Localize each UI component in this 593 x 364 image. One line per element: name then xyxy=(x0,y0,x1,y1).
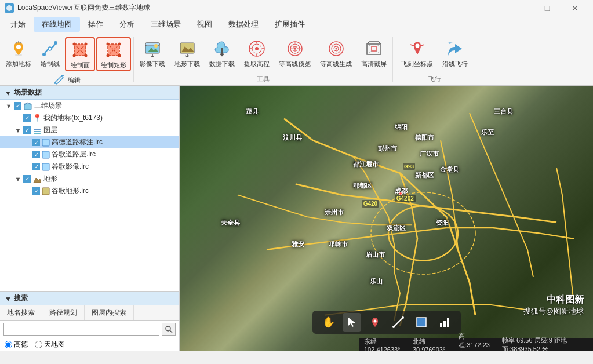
pin-tool-button[interactable] xyxy=(366,313,384,332)
data-download-button[interactable]: 数据下载 xyxy=(206,37,238,69)
scene-data-header[interactable]: ▼ 场景数据 xyxy=(0,86,179,100)
search-input-row xyxy=(0,321,179,338)
svg-rect-73 xyxy=(447,318,449,327)
check-terrain[interactable]: ✓ xyxy=(23,175,31,183)
arrow-tool-button[interactable] xyxy=(343,313,361,332)
tree-item-layers[interactable]: ▼ ✓ 图层 xyxy=(0,124,179,136)
contour-gen-label: 等高线生成 xyxy=(320,60,352,68)
draw-line-button[interactable]: 绘制线 xyxy=(36,37,64,69)
hd-screenshot-button[interactable]: 高清截屏 xyxy=(358,37,390,69)
search-input[interactable] xyxy=(3,323,159,336)
data-download-label: 数据下载 xyxy=(209,60,235,68)
menu-operation[interactable]: 操作 xyxy=(80,17,111,32)
svg-rect-59 xyxy=(42,151,49,158)
hand-tool-button[interactable]: ✋ xyxy=(319,313,338,332)
draw-rect-icon xyxy=(103,39,124,60)
svg-point-65 xyxy=(371,192,475,274)
check-google-road[interactable]: ✓ xyxy=(32,151,40,158)
svg-point-51 xyxy=(415,44,419,48)
svg-point-69 xyxy=(402,316,404,319)
draw-rect-button[interactable]: 绘制矩形 xyxy=(96,37,131,71)
svg-rect-71 xyxy=(440,323,442,327)
radio-gaode-label: 高德 xyxy=(14,340,28,350)
tree-item-3d-scene[interactable]: ▼ ✓ 三维场景 xyxy=(0,100,179,112)
line-measure-button[interactable] xyxy=(389,313,408,332)
contour-preview-button[interactable]: 等高线预览 xyxy=(275,37,314,69)
search-tab-place[interactable]: 地名搜索 xyxy=(0,305,42,320)
radio-gaode[interactable]: 高德 xyxy=(5,340,28,350)
path-fly-button[interactable]: 沿线飞行 xyxy=(439,37,471,69)
search-header[interactable]: ▼ 搜索 xyxy=(0,292,179,305)
close-button[interactable]: ✕ xyxy=(562,0,588,16)
tree-item-google-terrain[interactable]: ▶ ✓ 谷歌地形.lrc xyxy=(0,185,179,197)
contour-gen-icon xyxy=(326,38,347,59)
google-img-icon xyxy=(42,163,50,171)
tree-item-my-markers[interactable]: ▶ ✓ 📍 我的地标(tx_t6173) xyxy=(0,112,179,124)
contour-gen-button[interactable]: 等高线生成 xyxy=(316,37,355,69)
svg-point-19 xyxy=(107,43,110,46)
svg-point-13 xyxy=(85,43,88,46)
draw-face-icon xyxy=(70,39,90,60)
img-download-icon xyxy=(142,38,163,59)
draw-face-label: 绘制面 xyxy=(71,61,90,69)
fly-to-button[interactable]: 飞到坐标点 xyxy=(398,37,436,69)
tree-item-gaode-road[interactable]: ▶ ✓ 高德道路标注.lrc xyxy=(0,136,179,148)
draw-line-icon xyxy=(39,38,60,59)
check-gaode-road[interactable]: ✓ xyxy=(32,139,40,146)
status-scale: 帧率 69.56 层级:9 距地面:388935.52 米 xyxy=(502,336,588,351)
tree-item-google-img[interactable]: ▶ ✓ 谷歌影像.lrc xyxy=(0,161,179,173)
hd-screenshot-icon xyxy=(363,38,384,59)
draw-face-button[interactable]: 绘制面 xyxy=(65,37,95,71)
radio-tianditu[interactable]: 天地图 xyxy=(35,340,65,350)
search-tab-layer[interactable]: 图层内搜索 xyxy=(85,305,134,320)
svg-line-53 xyxy=(421,45,424,46)
expand-3d-scene[interactable]: ▼ xyxy=(5,102,13,110)
3d-scene-label: 三维场景 xyxy=(34,101,62,111)
svg-rect-46 xyxy=(372,46,376,51)
check-my-markers[interactable]: ✓ xyxy=(23,114,31,122)
menu-plugin[interactable]: 扩展插件 xyxy=(267,17,313,32)
minimize-button[interactable]: — xyxy=(506,0,533,16)
menu-start[interactable]: 开始 xyxy=(2,17,34,32)
svg-point-45 xyxy=(335,48,337,50)
menu-view[interactable]: 视图 xyxy=(189,17,220,32)
ribbon-group-mapplot: 添加地标 绘制线 xyxy=(0,35,133,85)
search-tab-route[interactable]: 路径规划 xyxy=(42,305,85,320)
maximize-button[interactable]: □ xyxy=(534,0,561,16)
my-markers-icon: 📍 xyxy=(32,114,42,122)
svg-point-21 xyxy=(107,54,110,57)
terrain-download-button[interactable]: 地形下载 xyxy=(171,37,203,69)
menu-data-process[interactable]: 数据处理 xyxy=(220,17,267,32)
menu-3d-scene[interactable]: 三维场景 xyxy=(143,17,189,32)
search-button[interactable] xyxy=(162,323,176,336)
img-download-button[interactable]: 影像下载 xyxy=(136,37,169,69)
tree-item-google-road[interactable]: ▶ ✓ 谷歌道路层.lrc xyxy=(0,148,179,161)
draw-line-label: 绘制线 xyxy=(41,60,60,68)
svg-rect-56 xyxy=(34,131,41,132)
ribbon-group-flight: 飞到坐标点 沿线飞行 飞行 xyxy=(393,35,476,85)
edit-button[interactable]: 编辑 xyxy=(50,71,83,88)
expand-layers[interactable]: ▼ xyxy=(14,126,22,134)
svg-rect-70 xyxy=(417,318,426,327)
tree-item-terrain-group[interactable]: ▼ ✓ 地形 xyxy=(0,173,179,185)
radio-tianditu-input[interactable] xyxy=(35,341,42,348)
road-g4202: G4202 xyxy=(395,195,416,202)
chart-button[interactable] xyxy=(435,313,454,332)
check-google-img[interactable]: ✓ xyxy=(32,163,40,170)
svg-line-63 xyxy=(170,330,172,333)
add-marker-label: 添加地标 xyxy=(6,60,31,68)
check-google-terrain[interactable]: ✓ xyxy=(32,187,40,195)
check-3d-scene[interactable]: ✓ xyxy=(14,102,21,110)
rect-select-button[interactable] xyxy=(412,313,431,332)
check-layers[interactable]: ✓ xyxy=(23,126,31,134)
extract-elevation-button[interactable]: 提取高程 xyxy=(241,37,273,69)
expand-terrain[interactable]: ▼ xyxy=(14,175,22,183)
map-area[interactable]: 成都 彭州市 德阳市 绵阳 都江堰市 郫都区 金堂县 广汉市 崇州市 双流区 新… xyxy=(180,86,593,351)
radio-gaode-input[interactable] xyxy=(5,341,12,348)
add-marker-button[interactable]: 添加地标 xyxy=(2,37,35,69)
path-fly-icon xyxy=(445,38,465,59)
app-icon xyxy=(5,3,14,13)
menu-online-map[interactable]: 在线地图 xyxy=(34,17,80,32)
menu-analysis[interactable]: 分析 xyxy=(111,17,143,32)
hd-screenshot-label: 高清截屏 xyxy=(361,60,387,68)
